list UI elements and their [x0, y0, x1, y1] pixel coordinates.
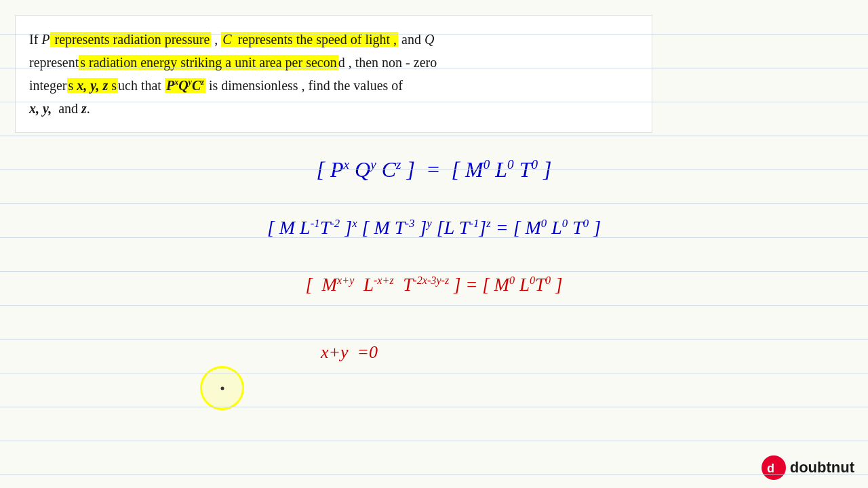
ruled-line [0, 305, 868, 306]
ruled-line [0, 34, 868, 35]
problem-text-box: If P represents radiation pressure , C r… [15, 15, 652, 133]
ruled-line [0, 68, 868, 68]
ruled-line [0, 136, 868, 136]
eq2-content: [ M L-1T-2 ]x [ M T-3 ]y [L T-1]z = [ M0… [267, 217, 601, 239]
logo-icon: d [762, 455, 786, 480]
ruled-line [0, 169, 868, 170]
ruled-line [0, 271, 868, 272]
equation-4: x+y =0 [0, 342, 868, 363]
eq3-content: [ Mx+y L-x+z T-2x-3y-z ] = [ M0 L0T0 ] [306, 274, 563, 296]
eq4-content: x+y =0 [321, 342, 378, 363]
ruled-line [0, 203, 868, 204]
ruled-line [0, 373, 868, 373]
svg-text:d: d [767, 462, 774, 475]
ruled-line [0, 407, 868, 407]
ruled-line [0, 102, 868, 102]
equation-2: [ M L-1T-2 ]x [ M T-3 ]y [L T-1]z = [ M0… [0, 217, 868, 239]
ruled-line [0, 339, 868, 340]
problem-text: If P represents radiation pressure , C r… [29, 32, 437, 116]
cursor-dot [220, 386, 224, 390]
ruled-line [0, 237, 868, 238]
logo-svg: d [766, 460, 782, 476]
ruled-line [0, 441, 868, 441]
doubtnut-logo: d doubtnut [762, 455, 854, 480]
main-container: If P represents radiation pressure , C r… [0, 0, 868, 488]
ruled-line [0, 474, 868, 475]
equation-3: [ Mx+y L-x+z T-2x-3y-z ] = [ M0 L0T0 ] [0, 274, 868, 296]
